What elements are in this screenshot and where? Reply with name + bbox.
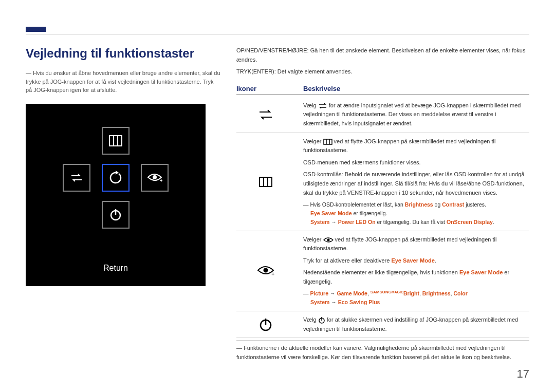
svg-point-14 — [264, 268, 268, 273]
row1-desc: Vælg for at ændre inputsignalet ved at b… — [303, 101, 529, 128]
intro-line1: OP/NED/VENSTRE/HØJRE: Gå hen til det øns… — [236, 46, 529, 64]
row4-desc: Vælg for at slukke skærmen ved indstilli… — [303, 315, 529, 333]
table-row: + Vælger ved at flytte JOG-knappen på sk… — [236, 231, 529, 312]
osd-power-icon — [102, 201, 130, 229]
svg-point-4 — [153, 175, 157, 179]
row-icon-swap — [236, 101, 303, 128]
row-icon-power — [236, 315, 303, 333]
osd-menu-icon — [102, 127, 130, 155]
page-number: 17 — [517, 367, 529, 381]
header-accent-block — [26, 27, 46, 32]
th-desc: Beskrivelse — [303, 85, 529, 92]
svg-point-16 — [327, 238, 329, 241]
table-row: Vælg for at slukke skærmen ved indstilli… — [236, 311, 529, 338]
svg-text:+: + — [160, 178, 162, 183]
svg-rect-0 — [109, 136, 122, 146]
svg-text:+: + — [271, 271, 274, 277]
osd-panel: + Return — [26, 104, 206, 286]
svg-rect-8 — [260, 177, 272, 186]
left-column: Vejledning til funktionstaster Hvis du ø… — [26, 46, 221, 362]
table-row: Vælg for at ændre inputsignalet ved at b… — [236, 97, 529, 133]
svg-marker-3 — [116, 171, 119, 175]
table-row: Vælger ved at flytte JOG-knappen på skær… — [236, 133, 529, 231]
left-intro-note: Hvis du ønsker at åbne hovedmenuen eller… — [26, 69, 221, 95]
page-title: Vejledning til funktionstaster — [26, 46, 221, 61]
th-icons: Ikoner — [236, 85, 303, 92]
bottom-footnote: Funktionerne i de aktuelle modeller kan … — [236, 340, 529, 362]
osd-swap-icon — [63, 164, 90, 192]
row-icon-menu — [236, 137, 303, 227]
row-icon-eye: + — [236, 235, 303, 307]
table-header: Ikoner Beskrivelse — [236, 85, 529, 95]
header-divider — [26, 34, 529, 34]
osd-return-label: Return — [36, 258, 195, 273]
right-column: OP/NED/VENSTRE/HØJRE: Gå hen til det øns… — [236, 46, 529, 362]
row2-desc: Vælger ved at flytte JOG-knappen på skær… — [303, 137, 529, 227]
row3-desc: Vælger ved at flytte JOG-knappen på skær… — [303, 235, 529, 307]
page-content: Vejledning til funktionstaster Hvis du ø… — [26, 46, 529, 362]
intro-line2: TRYK(ENTER): Det valgte element anvendes… — [236, 67, 529, 77]
right-intro: OP/NED/VENSTRE/HØJRE: Gå hen til det øns… — [236, 46, 529, 77]
osd-return-icon — [102, 164, 130, 192]
osd-eye-icon: + — [141, 164, 169, 192]
svg-rect-11 — [324, 139, 332, 144]
